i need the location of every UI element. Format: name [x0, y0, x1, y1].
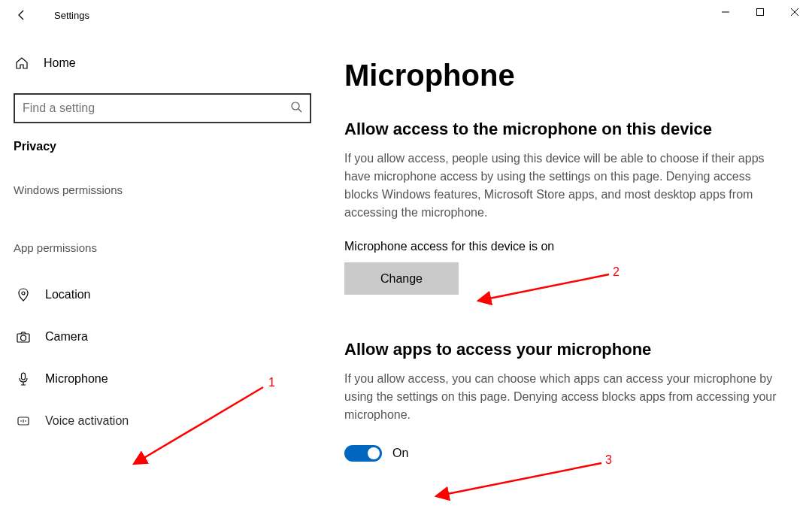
home-icon — [14, 56, 30, 71]
search-box[interactable] — [14, 93, 311, 123]
home-label: Home — [44, 56, 76, 70]
page-title: Microphone — [344, 59, 791, 92]
subhead-windows-permissions: Windows permissions — [14, 183, 323, 196]
app-access-toggle[interactable] — [344, 445, 382, 462]
category-privacy: Privacy — [14, 140, 323, 153]
close-button[interactable] — [777, 0, 812, 24]
search-icon — [290, 101, 302, 116]
svg-rect-5 — [22, 373, 26, 380]
back-icon[interactable] — [14, 9, 30, 21]
camera-icon — [15, 329, 32, 344]
section-title-app-access: Allow apps to access your microphone — [344, 340, 791, 359]
sidebar-item-label: Microphone — [45, 372, 108, 386]
change-button[interactable]: Change — [344, 262, 459, 295]
sidebar-item-label: Camera — [45, 330, 88, 344]
search-input[interactable] — [23, 101, 290, 115]
sidebar-item-label: Voice activation — [45, 414, 129, 428]
sidebar-item-location[interactable]: Location — [14, 277, 323, 313]
minimize-button[interactable] — [708, 0, 743, 24]
sidebar-item-label: Location — [45, 288, 91, 301]
section-desc-app-access: If you allow access, you can choose whic… — [344, 370, 788, 424]
maximize-button[interactable] — [743, 0, 777, 24]
sidebar-item-voice-activation[interactable]: Voice activation — [14, 403, 323, 439]
voice-activation-icon — [15, 413, 32, 429]
app-title: Settings — [54, 10, 89, 21]
sidebar-item-camera[interactable]: Camera — [14, 319, 323, 355]
toggle-label: On — [392, 447, 408, 460]
main-content: Microphone Allow access to the microphon… — [323, 30, 812, 518]
sidebar: Home Privacy Windows permissions App per… — [0, 30, 323, 518]
toggle-knob — [368, 447, 380, 459]
svg-point-4 — [21, 335, 26, 341]
device-access-status: Microphone access for this device is on — [344, 240, 791, 253]
titlebar: Settings — [0, 0, 812, 30]
section-title-device-access: Allow access to the microphone on this d… — [344, 120, 791, 139]
svg-rect-0 — [757, 9, 764, 16]
location-icon — [15, 287, 32, 302]
microphone-icon — [15, 371, 32, 386]
subhead-app-permissions: App permissions — [14, 241, 323, 254]
home-nav[interactable]: Home — [14, 45, 323, 81]
svg-point-1 — [292, 102, 299, 110]
section-desc-device-access: If you allow access, people using this d… — [344, 150, 788, 222]
sidebar-item-microphone[interactable]: Microphone — [14, 361, 323, 397]
window-controls — [708, 0, 812, 24]
svg-point-2 — [22, 292, 25, 295]
